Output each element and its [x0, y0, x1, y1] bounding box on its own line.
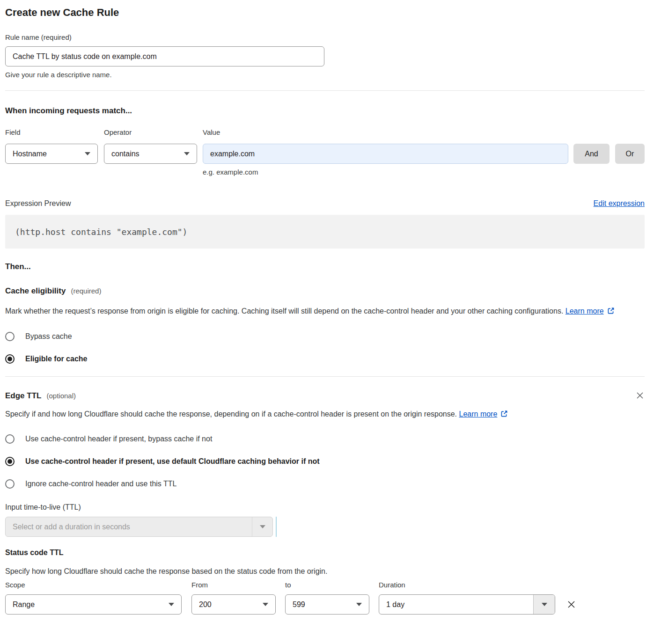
radio-selected-icon[interactable]	[5, 354, 15, 364]
rule-name-label: Rule name (required)	[5, 33, 645, 42]
rule-name-input[interactable]	[5, 46, 324, 66]
to-select-value: 599	[293, 600, 305, 609]
match-heading: When incoming requests match...	[5, 106, 645, 116]
cache-eligibility-heading: Cache eligibility (required)	[5, 286, 645, 296]
external-link-icon	[607, 307, 615, 315]
or-button[interactable]: Or	[615, 144, 645, 164]
to-select[interactable]: 599	[285, 594, 369, 615]
bypass-cache-option[interactable]: Bypass cache	[5, 332, 645, 341]
expression-preview-label: Expression Preview	[5, 199, 71, 208]
radio-selected-icon[interactable]	[5, 457, 15, 466]
edit-expression-link[interactable]: Edit expression	[594, 199, 645, 208]
radio-unselected-icon[interactable]	[5, 434, 15, 444]
ttl-duration-placeholder: Select or add a duration in seconds	[6, 517, 252, 536]
section-divider	[5, 90, 645, 91]
rule-name-helper: Give your rule a descriptive name.	[5, 70, 645, 79]
scope-select-value: Range	[13, 600, 35, 609]
operator-label: Operator	[104, 128, 197, 137]
text-cursor-indicator	[276, 517, 277, 537]
edge-ttl-option-bypass-label: Use cache-control header if present, byp…	[25, 435, 212, 443]
and-button[interactable]: And	[573, 144, 610, 164]
from-select[interactable]: 200	[191, 594, 276, 615]
chevron-down-icon	[184, 152, 190, 155]
edge-ttl-title: Edge TTL	[5, 391, 41, 401]
radio-unselected-icon[interactable]	[5, 479, 15, 489]
from-label: From	[191, 580, 276, 589]
create-cache-rule-form: Create new Cache Rule Rule name (require…	[0, 0, 661, 644]
edge-ttl-option-default[interactable]: Use cache-control header if present, use…	[5, 457, 645, 466]
status-code-ttl-row: Range 200 599 1 day	[5, 594, 645, 615]
cache-eligibility-title: Cache eligibility	[5, 286, 66, 296]
value-helper: e.g. example.com	[203, 168, 568, 176]
edge-ttl-qualifier: (optional)	[46, 392, 76, 400]
value-input[interactable]	[203, 144, 568, 164]
eligible-for-cache-label: Eligible for cache	[25, 355, 87, 363]
section-divider	[5, 376, 645, 377]
expression-header: Expression Preview Edit expression	[5, 199, 645, 208]
field-label: Field	[5, 128, 98, 137]
bypass-cache-label: Bypass cache	[25, 332, 72, 341]
chevron-down-icon	[169, 603, 174, 606]
cache-eligibility-description: Mark whether the request’s response from…	[5, 305, 645, 318]
match-condition-row: Field Hostname Operator contains Value e…	[5, 128, 645, 176]
cache-eligibility-qualifier: (required)	[71, 287, 101, 295]
edge-ttl-option-ignore-label: Ignore cache-control header and use this…	[25, 480, 176, 488]
eligible-for-cache-option[interactable]: Eligible for cache	[5, 354, 645, 364]
remove-status-ttl-row-button[interactable]	[566, 599, 577, 610]
radio-unselected-icon[interactable]	[5, 332, 15, 341]
then-heading: Then...	[5, 262, 645, 271]
field-select[interactable]: Hostname	[5, 144, 98, 164]
ttl-duration-select[interactable]: Select or add a duration in seconds	[5, 517, 273, 537]
form-content: Create new Cache Rule Rule name (require…	[5, 7, 645, 615]
duration-select[interactable]: 1 day	[379, 594, 555, 615]
to-label: to	[285, 580, 369, 589]
edge-ttl-header: Edge TTL (optional)	[5, 391, 645, 401]
duration-label: Duration	[379, 580, 555, 589]
status-code-ttl-heading: Status code TTL	[5, 549, 645, 557]
value-group: Value e.g. example.com	[203, 128, 568, 176]
scope-label: Scope	[5, 580, 182, 589]
operator-group: Operator contains	[104, 128, 197, 164]
close-icon	[635, 391, 645, 400]
learn-more-link[interactable]: Learn more	[459, 410, 508, 418]
ttl-input-label: Input time-to-live (TTL)	[5, 503, 645, 512]
chevron-down-icon	[356, 603, 362, 606]
duration-select-value: 1 day	[379, 595, 533, 614]
operator-select[interactable]: contains	[104, 144, 197, 164]
field-group: Field Hostname	[5, 128, 98, 164]
field-select-value: Hostname	[13, 150, 47, 158]
close-edge-ttl-button[interactable]	[635, 391, 645, 400]
expression-code: (http.host contains "example.com")	[15, 227, 187, 237]
scope-select[interactable]: Range	[5, 594, 182, 615]
chevron-down-icon	[260, 525, 265, 528]
edge-ttl-option-default-label: Use cache-control header if present, use…	[25, 457, 320, 466]
expression-preview-box: (http.host contains "example.com")	[5, 215, 645, 249]
chevron-down-icon	[542, 603, 547, 606]
edge-ttl-description: Specify if and how long Cloudflare shoul…	[5, 408, 529, 421]
from-select-value: 200	[199, 600, 212, 609]
chevron-down-icon	[263, 603, 268, 606]
edge-ttl-option-ignore[interactable]: Ignore cache-control header and use this…	[5, 479, 645, 489]
operator-select-value: contains	[111, 150, 140, 158]
edge-ttl-heading: Edge TTL (optional)	[5, 391, 76, 401]
close-icon	[566, 599, 577, 610]
ttl-input-wrap: Select or add a duration in seconds	[5, 517, 645, 537]
duration-dropdown-button[interactable]	[533, 595, 555, 614]
chevron-down-icon	[85, 152, 90, 155]
edge-ttl-option-bypass[interactable]: Use cache-control header if present, byp…	[5, 434, 645, 444]
external-link-icon	[500, 410, 508, 417]
status-code-ttl-labels: Scope From to Duration	[5, 580, 645, 589]
value-label: Value	[203, 128, 568, 137]
page-title: Create new Cache Rule	[5, 7, 645, 18]
status-code-ttl-description: Specify how long Cloudflare should cache…	[5, 567, 645, 576]
ttl-dropdown-button[interactable]	[252, 517, 272, 536]
learn-more-link[interactable]: Learn more	[566, 307, 615, 315]
